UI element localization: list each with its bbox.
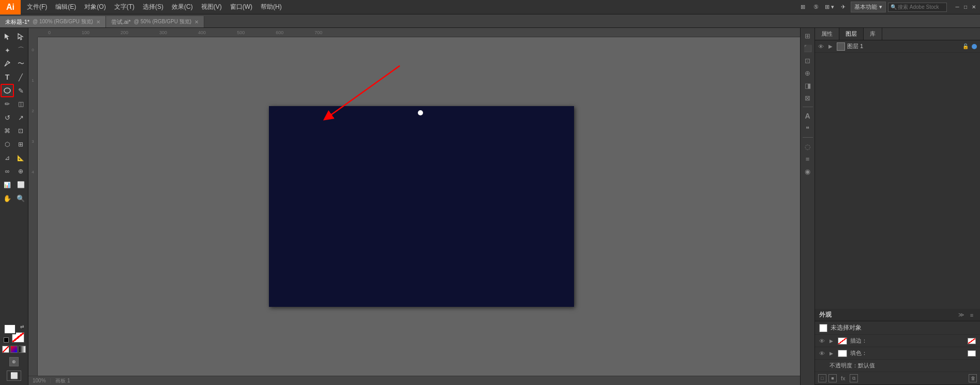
column-graph-tool[interactable]: 📊	[1, 178, 14, 191]
stroke-color-preview[interactable]	[838, 337, 847, 345]
color-icon[interactable]	[10, 346, 18, 353]
measure-row: ⊿ 📐	[0, 151, 28, 165]
add-new-fill-btn[interactable]: ■	[828, 374, 837, 382]
graphic-styles-strip-btn[interactable]: ≡	[802, 153, 813, 165]
perspective-grid-tool[interactable]: ⊞	[14, 138, 27, 151]
tab-close-2[interactable]: ✕	[194, 19, 199, 25]
curvature-tool[interactable]: 〜	[14, 57, 27, 70]
appearance-strip-btn[interactable]: ◌	[802, 141, 813, 152]
delete-appearance-btn[interactable]: 🗑	[969, 374, 977, 382]
magic-wand-tool[interactable]: ✦	[1, 43, 14, 57]
eyedropper-tool[interactable]: ⊿	[1, 151, 14, 165]
arrange-icon[interactable]: ⊞	[797, 2, 808, 13]
tab-close-1[interactable]: ✕	[96, 19, 100, 25]
blend-tool[interactable]: ∞	[1, 165, 14, 178]
direct-select-tool[interactable]	[14, 30, 27, 43]
tab-subtitle-2: @ 50% (RGB/GPU 预览)	[134, 18, 191, 25]
maximize-btn[interactable]: □	[961, 3, 970, 11]
stroke-strip-btn[interactable]: ⊠	[802, 92, 813, 103]
paragraph-strip-btn[interactable]: ❝	[802, 123, 813, 134]
blob-brush-tool[interactable]: ◫	[14, 97, 27, 111]
lasso-tool[interactable]: ⌒	[14, 43, 27, 57]
menu-help[interactable]: 帮助(H)	[257, 0, 286, 14]
menu-window[interactable]: 窗口(W)	[226, 0, 257, 14]
stroke-expand-arrow[interactable]: ▶	[830, 338, 835, 344]
ellipse-tool[interactable]	[1, 84, 14, 97]
minimize-btn[interactable]: ─	[953, 3, 961, 11]
stroke-visibility-icon[interactable]: 👁	[819, 338, 826, 344]
menu-text[interactable]: 文字(T)	[110, 0, 139, 14]
artboard-name: 画板 1	[55, 377, 70, 384]
symbol-sprayer-tool[interactable]: ⊕	[14, 165, 27, 178]
artboard-icon-bottom[interactable]: ⬜	[7, 371, 21, 381]
artboard-tool[interactable]: ⬜	[14, 178, 27, 191]
artboard-container[interactable]	[38, 37, 805, 376]
tab-try[interactable]: 尝试.ai* @ 50% (RGB/GPU 预览) ✕	[106, 16, 204, 27]
hand-tool[interactable]: ✋	[1, 191, 14, 205]
gradient-icon[interactable]	[19, 346, 26, 353]
strip-divider-2	[803, 137, 813, 138]
transform-strip-btn[interactable]: ⊡	[802, 55, 813, 66]
fill-color-preview[interactable]	[838, 350, 847, 357]
properties-strip-btn[interactable]: ⊞	[802, 30, 813, 41]
search-input[interactable]	[898, 4, 944, 10]
zoom-tool[interactable]: 🔍	[14, 191, 27, 205]
swap-colors-btn[interactable]: ⇄	[20, 324, 24, 329]
tab-properties[interactable]: 属性	[815, 28, 839, 40]
selection-tool[interactable]	[1, 30, 14, 43]
text-strip-btn[interactable]: A	[802, 110, 813, 122]
close-btn[interactable]: ✕	[970, 3, 978, 11]
none-icon[interactable]	[2, 346, 9, 353]
pencil-tool[interactable]: ✎	[14, 84, 27, 97]
fill-swatch-inline[interactable]	[968, 350, 976, 357]
align-strip-btn[interactable]: ⊕	[802, 67, 813, 79]
layer-expand-arrow[interactable]: ▶	[828, 43, 835, 49]
pen-tool[interactable]	[1, 57, 14, 70]
menu-edit[interactable]: 编辑(E)	[51, 0, 80, 14]
copy-appearance-btn[interactable]: ⧉	[850, 374, 858, 382]
menu-object[interactable]: 对象(O)	[80, 0, 110, 14]
warp-tool[interactable]: ⌘	[1, 124, 14, 138]
panel-expand-btn[interactable]: ≫	[957, 311, 966, 319]
free-transform-tool[interactable]: ⊡	[14, 124, 27, 138]
fx-btn[interactable]: fx	[841, 375, 846, 381]
scale-tool[interactable]: ↗	[14, 111, 27, 124]
puppet-tool[interactable]: ⬡	[1, 138, 14, 151]
default-colors-btn[interactable]	[4, 337, 9, 343]
brush-tool[interactable]: ✏	[1, 97, 14, 111]
grid-icon[interactable]: ⊞ ▾	[824, 2, 835, 13]
menu-view[interactable]: 视图(V)	[197, 0, 226, 14]
fill-visibility-icon[interactable]: 👁	[819, 350, 826, 357]
stroke-swatch-inline[interactable]	[968, 338, 976, 344]
fill-expand-arrow[interactable]: ▶	[830, 351, 835, 356]
tab-untitled[interactable]: 未标题-1* @ 100% (RGB/GPU 预览) ✕	[0, 16, 106, 27]
fill-row[interactable]: 👁 ▶ 填色：	[815, 347, 980, 360]
draw-normal-btn[interactable]: ⊕	[9, 357, 19, 366]
symbol-icon[interactable]: ⑤	[810, 2, 822, 13]
menu-effect[interactable]: 效果(C)	[168, 0, 197, 14]
text-tool[interactable]: T	[1, 70, 14, 84]
menu-file[interactable]: 文件(F)	[23, 0, 51, 14]
tab-layers[interactable]: 图层	[839, 28, 864, 40]
menu-select[interactable]: 选择(S)	[139, 0, 168, 14]
layers-strip-btn[interactable]: ⬛	[802, 42, 813, 54]
add-new-stroke-btn[interactable]: □	[818, 374, 826, 382]
layer-select-dot[interactable]	[972, 44, 977, 49]
layout-selector[interactable]: 基本功能 ▾	[851, 2, 886, 12]
panel-menu-btn[interactable]: ≡	[968, 311, 976, 319]
color-strip-btn[interactable]: ◉	[802, 166, 813, 177]
artboard[interactable]	[269, 106, 574, 307]
fill-color-swatch[interactable]	[4, 324, 16, 334]
measure-tool[interactable]: 📐	[14, 151, 27, 165]
line-tool[interactable]: ╱	[14, 70, 27, 84]
rotate-tool[interactable]: ↺	[1, 111, 14, 124]
stroke-row[interactable]: 👁 ▶ 描边：	[815, 335, 980, 347]
horizontal-ruler: 0 100 200 300 400 500 600 700	[38, 28, 815, 37]
layer-lock-toggle[interactable]: 🔓	[962, 43, 970, 49]
pathfinder-strip-btn[interactable]: ◨	[802, 80, 813, 91]
search-box[interactable]: 🔍	[888, 3, 947, 12]
canvas-area[interactable]: 0 100 200 300 400 500 600 700 0 1 2 3 4	[28, 28, 815, 385]
layer-visibility-toggle[interactable]: 👁	[818, 43, 826, 50]
share-icon[interactable]: ✈	[837, 2, 849, 13]
tab-library[interactable]: 库	[864, 28, 882, 40]
